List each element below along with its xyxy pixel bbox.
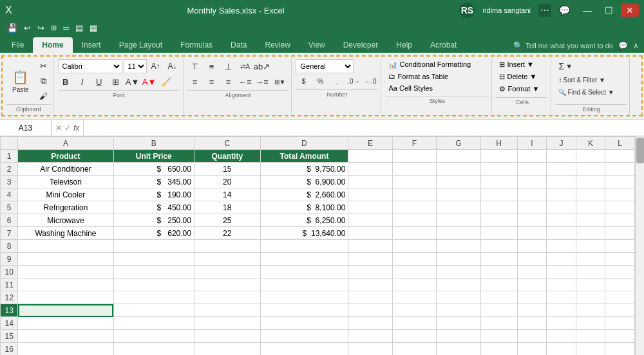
cell-a14[interactable] [18, 317, 113, 330]
cell-f1[interactable] [392, 150, 436, 163]
cell-a7[interactable]: Washing Machine [18, 227, 113, 240]
cell-c5[interactable]: 18 [194, 201, 260, 214]
paste-button[interactable]: 📋 Paste [6, 65, 35, 97]
cell-e6[interactable] [348, 214, 392, 227]
insert-cells-button[interactable]: ⊞ Insert ▼ [496, 59, 548, 70]
col-header-h[interactable]: H [480, 137, 517, 150]
orientation-button[interactable]: ab↗ [254, 59, 270, 73]
cell-f6[interactable] [392, 214, 436, 227]
col-header-j[interactable]: J [547, 137, 576, 150]
cell-d7[interactable]: $ 13,640.00 [260, 227, 348, 240]
cell-e2[interactable] [348, 163, 392, 176]
cell-f4[interactable] [392, 188, 436, 201]
cell-d4[interactable]: $ 2,660.00 [260, 188, 348, 201]
cell-i4[interactable] [517, 188, 547, 201]
confirm-formula-icon[interactable]: ✓ [64, 123, 71, 132]
align-center-button[interactable]: ≡ [204, 75, 220, 89]
cell-a5[interactable]: Refrigeration [18, 201, 113, 214]
font-name-select[interactable]: Calibri [58, 59, 122, 73]
number-format-select[interactable]: General [296, 59, 354, 73]
cell-b6[interactable]: $ 250.00 [113, 214, 194, 227]
tab-formulas[interactable]: Formulas [171, 37, 222, 53]
font-decrease-button[interactable]: A↓ [165, 59, 180, 73]
cell-f5[interactable] [392, 201, 436, 214]
delete-cells-button[interactable]: ⊟ Delete ▼ [496, 71, 548, 82]
cell-k4[interactable] [576, 188, 605, 201]
cell-f2[interactable] [392, 163, 436, 176]
cell-h4[interactable] [480, 188, 517, 201]
tab-view[interactable]: View [299, 37, 334, 53]
cell-e4[interactable] [348, 188, 392, 201]
cell-k1[interactable] [576, 150, 605, 163]
align-bottom-button[interactable]: ⊥ [221, 59, 236, 73]
cell-k5[interactable] [576, 201, 605, 214]
cell-a15[interactable] [18, 330, 113, 343]
cell-d6[interactable]: $ 6,250.00 [260, 214, 348, 227]
cell-l6[interactable] [605, 214, 635, 227]
tab-file[interactable]: File [3, 37, 33, 53]
font-color-button[interactable]: A▼ [142, 75, 157, 89]
cell-l2[interactable] [605, 163, 635, 176]
col-header-f[interactable]: F [392, 137, 436, 150]
cell-a6[interactable]: Microwave [18, 214, 113, 227]
tell-me-box[interactable]: 🔍 Tell me what you want to do [511, 39, 616, 53]
cell-e1[interactable] [348, 150, 392, 163]
cell-l1[interactable] [605, 150, 635, 163]
cell-h2[interactable] [480, 163, 517, 176]
tab-page-layout[interactable]: Page Layout [110, 37, 171, 53]
cell-styles-button[interactable]: Aa Cell Styles [385, 83, 489, 93]
cell-k6[interactable] [576, 214, 605, 227]
close-button[interactable]: ✕ [621, 4, 639, 17]
grid2-quick-icon[interactable]: ▦ [88, 23, 99, 33]
cell-l3[interactable] [605, 176, 635, 188]
increase-indent-button[interactable]: →≡ [254, 75, 270, 89]
cell-g3[interactable] [437, 176, 480, 188]
align-right-button[interactable]: ≡ [221, 75, 236, 89]
bold-button[interactable]: B [58, 75, 73, 89]
col-header-e[interactable]: E [348, 137, 392, 150]
cell-g5[interactable] [437, 201, 480, 214]
cell-i5[interactable] [517, 201, 547, 214]
cell-l4[interactable] [605, 188, 635, 201]
col-header-i[interactable]: I [517, 137, 547, 150]
merge-center-button[interactable]: ⊞▼ [271, 77, 289, 87]
decrease-indent-button[interactable]: ←≡ [238, 75, 253, 89]
currency-button[interactable]: $ [296, 74, 311, 88]
cell-c6[interactable]: 25 [194, 214, 260, 227]
grid1-quick-icon[interactable]: ▤ [73, 23, 85, 33]
cell-h7[interactable] [480, 227, 517, 240]
font-increase-button[interactable]: A↑ [148, 59, 164, 73]
percent-button[interactable]: % [312, 74, 328, 88]
decrease-decimal-button[interactable]: ←.0 [363, 74, 378, 88]
ribbon-icon[interactable]: ⋯ [538, 4, 551, 17]
cell-b3[interactable]: $ 345.00 [113, 176, 194, 188]
conditional-formatting-button[interactable]: 📊 Conditional Formatting [385, 59, 489, 70]
cut-button[interactable]: ✂ [36, 59, 51, 73]
cell-a1[interactable]: Product [18, 150, 113, 163]
cell-g6[interactable] [437, 214, 480, 227]
sort-filter-button[interactable]: ↕ Sort & Filter ▼ [555, 75, 608, 86]
tab-insert[interactable]: Insert [73, 37, 110, 53]
vertical-scrollbar[interactable] [635, 136, 644, 355]
align-middle-button[interactable]: ≡ [204, 59, 220, 73]
col-header-b[interactable]: B [113, 137, 194, 150]
cell-d2[interactable]: $ 9,750.00 [260, 163, 348, 176]
cell-k3[interactable] [576, 176, 605, 188]
cell-b2[interactable]: $ 650.00 [113, 163, 194, 176]
cell-a8[interactable] [18, 240, 113, 253]
cell-f3[interactable] [392, 176, 436, 188]
cell-g4[interactable] [437, 188, 480, 201]
format-painter-button[interactable]: 🖌 [36, 89, 51, 103]
maximize-button[interactable]: ☐ [600, 4, 618, 17]
cell-a12[interactable] [18, 291, 113, 304]
cell-a10[interactable] [18, 266, 113, 278]
cell-h5[interactable] [480, 201, 517, 214]
tab-data[interactable]: Data [222, 37, 256, 53]
ribbon-collapse-icon[interactable]: ∧ [630, 39, 641, 53]
font-size-select[interactable]: 11 [124, 59, 147, 73]
cell-a4[interactable]: Mini Cooler [18, 188, 113, 201]
cell-a9[interactable] [18, 253, 113, 266]
cell-j4[interactable] [547, 188, 576, 201]
underline-button[interactable]: U [91, 75, 107, 89]
share-icon[interactable]: 💬 [616, 39, 630, 53]
